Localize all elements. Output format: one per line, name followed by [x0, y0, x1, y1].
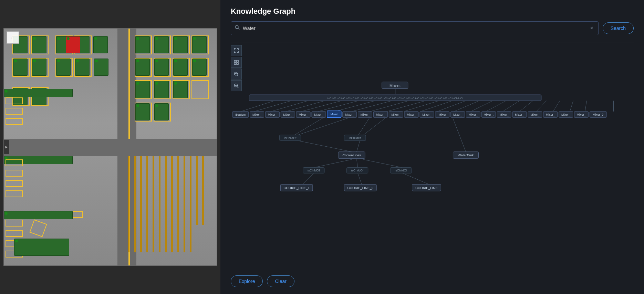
graph-edge	[585, 101, 587, 112]
3d-viewport[interactable]: ⌂ ►	[3, 28, 217, 266]
svg-text:Mixer_: Mixer_	[361, 113, 370, 116]
graph-edge	[286, 101, 325, 112]
svg-text:Equipm: Equipm	[235, 113, 246, 116]
grid-marker	[73, 211, 83, 218]
svg-text:Mixer_: Mixer_	[376, 113, 385, 116]
svg-text:Mixer_: Mixer_	[499, 113, 508, 116]
machine	[154, 103, 169, 120]
grid-marker	[6, 180, 23, 187]
grid-marker	[191, 80, 209, 99]
machine	[154, 81, 169, 98]
svg-text:COOKIE_LINE_2: COOKIE_LINE_2	[347, 186, 373, 190]
search-clear-button[interactable]: ×	[589, 25, 594, 31]
graph-edge	[420, 101, 453, 112]
knowledge-graph-svg[interactable]: Mixers isC isC isC isC isC isC isC isC i…	[231, 45, 634, 266]
svg-text:Mixer_: Mixer_	[252, 113, 261, 116]
machine	[192, 36, 207, 53]
machine	[32, 36, 46, 53]
grid-marker	[6, 190, 23, 197]
long-machine	[4, 89, 73, 97]
search-input-wrapper: ×	[231, 21, 599, 35]
svg-text:isChildOf: isChildOf	[351, 169, 364, 172]
machine	[13, 59, 28, 76]
grid-marker	[6, 108, 23, 115]
grid-marker	[29, 219, 47, 237]
machine	[154, 36, 169, 53]
machine	[135, 59, 150, 76]
graph-controls	[231, 45, 242, 91]
svg-text:Mixer_: Mixer_	[515, 113, 524, 116]
svg-text:Mixer: Mixer	[439, 113, 446, 116]
zoom-out-button[interactable]	[231, 80, 242, 91]
svg-rect-2	[234, 60, 236, 62]
svg-line-12	[237, 87, 239, 88]
search-input[interactable]	[243, 25, 589, 31]
home-icon: ⌂	[11, 34, 14, 41]
graph-edge	[402, 173, 429, 184]
red-machine	[66, 36, 80, 53]
graph-edge	[357, 159, 358, 167]
home-button[interactable]: ⌂	[7, 31, 19, 44]
machine	[154, 59, 169, 76]
graph-edge	[471, 101, 492, 112]
graph-edge	[271, 101, 308, 112]
machine	[173, 59, 188, 76]
3d-scene	[4, 29, 217, 265]
machine	[93, 36, 108, 53]
panel-title: Knowledge Graph	[231, 7, 634, 16]
graph-edge	[318, 101, 359, 112]
graph-area[interactable]: Mixers isC isC isC isC isC isC isC isC i…	[231, 45, 634, 266]
graph-edge	[437, 101, 466, 112]
graph-edge	[570, 101, 573, 112]
svg-text:Mixer_: Mixer_	[453, 113, 462, 116]
graph-edge	[454, 101, 479, 112]
grid-marker	[6, 230, 23, 237]
fit-view-button[interactable]	[231, 45, 242, 56]
svg-text:WaterTank: WaterTank	[458, 153, 474, 157]
bottom-actions: Explore Clear	[231, 271, 634, 287]
svg-text:Mixer_: Mixer_	[469, 113, 478, 116]
svg-text:Mixer_: Mixer_	[407, 113, 416, 116]
graph-edge	[335, 101, 375, 112]
svg-text:isC isC isC isC isC isC isC is: isC isC isC isC isC isC isC isC isC isC …	[328, 97, 464, 100]
svg-rect-5	[237, 63, 238, 64]
clear-button[interactable]: Clear	[267, 275, 294, 287]
grid-marker	[6, 118, 23, 125]
graph-edge	[298, 117, 352, 135]
svg-text:Mixer_: Mixer_	[422, 113, 431, 116]
divider-bottom	[231, 268, 634, 268]
graph-edge	[503, 101, 520, 112]
wood-area-2	[128, 204, 210, 259]
expand-button[interactable]	[231, 57, 242, 68]
svg-point-0	[235, 25, 238, 29]
search-button[interactable]: Search	[603, 22, 634, 34]
graph-edge	[370, 101, 409, 112]
zoom-in-button[interactable]	[231, 69, 242, 80]
grid-marker	[6, 159, 23, 166]
svg-text:Mixer_: Mixer_	[530, 113, 539, 116]
machine	[94, 59, 108, 76]
right-panel: Knowledge Graph × Search	[220, 0, 644, 294]
machine	[173, 36, 188, 53]
svg-text:Mixer_: Mixer_	[268, 113, 277, 116]
graph-edge	[357, 140, 360, 152]
graph-edge	[358, 173, 362, 184]
svg-text:Mixer: Mixer	[331, 113, 338, 116]
svg-text:Mixer_:: Mixer_:	[484, 113, 494, 116]
svg-text:COOKIE_LINE_1: COOKIE_LINE_1	[283, 186, 310, 190]
svg-rect-3	[237, 60, 238, 62]
graph-edge	[536, 101, 546, 112]
graph-edge	[254, 101, 291, 112]
search-row: × Search	[231, 21, 634, 35]
explore-button[interactable]: Explore	[231, 275, 263, 287]
graph-edge	[520, 101, 533, 112]
machine	[56, 59, 71, 76]
graph-edge	[352, 101, 392, 112]
machine	[32, 59, 46, 76]
left-arrow-button[interactable]: ►	[4, 140, 9, 154]
grid-marker	[6, 170, 23, 177]
divider-top	[231, 42, 634, 42]
grid-marker	[6, 220, 23, 227]
svg-text:isChildOf: isChildOf	[308, 169, 320, 172]
svg-line-9	[237, 75, 239, 76]
